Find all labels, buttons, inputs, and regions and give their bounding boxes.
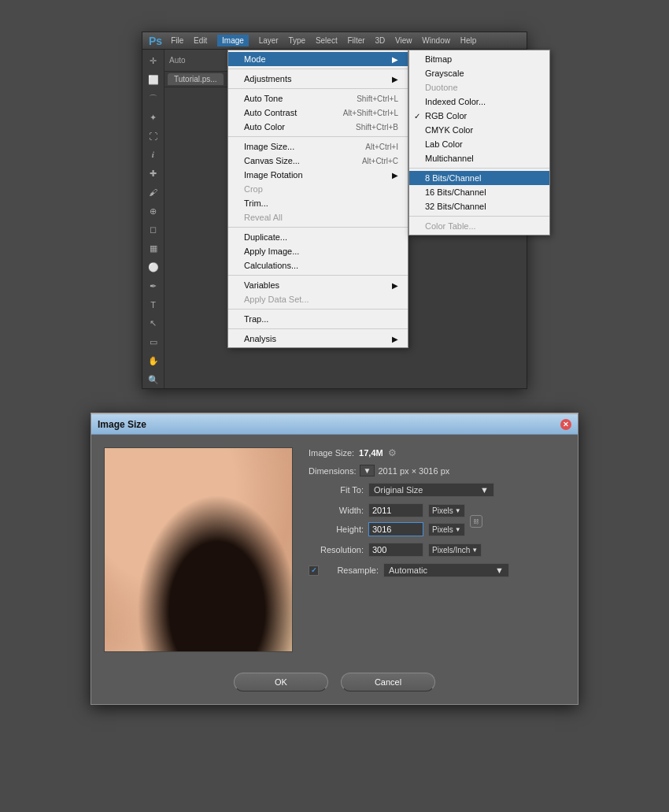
tool-shape[interactable]: ▭ xyxy=(145,334,162,351)
dimensions-label: Dimensions: xyxy=(309,466,357,476)
ps-tab-tutorial[interactable]: Tutorial.ps... xyxy=(168,73,224,85)
width-input[interactable] xyxy=(368,503,423,517)
menu-sep-6 xyxy=(228,309,408,310)
menu-item-image-rotation[interactable]: Image Rotation ▶ xyxy=(228,168,408,182)
mode-duotone: Duotone xyxy=(409,80,549,95)
fit-to-select[interactable]: Original Size ▼ xyxy=(368,483,494,497)
gear-icon[interactable]: ⚙ xyxy=(388,447,397,458)
tool-move[interactable]: ✛ xyxy=(145,53,162,70)
image-size-row: Image Size: 17,4M ⚙ xyxy=(309,447,565,458)
rgb-check-icon: ✓ xyxy=(414,112,420,121)
menu-item-mode[interactable]: Mode ▶ xyxy=(228,52,408,66)
width-unit-select[interactable]: Pixels ▼ xyxy=(428,504,465,517)
menu-item-apply-data-set: Apply Data Set... xyxy=(228,292,408,306)
mode-cmyk-color[interactable]: CMYK Color xyxy=(409,123,549,137)
tool-eraser[interactable]: ◻ xyxy=(145,221,162,239)
tool-clone[interactable]: ⊕ xyxy=(145,202,162,220)
options-auto-label: Auto xyxy=(169,56,186,65)
menu-view[interactable]: View xyxy=(395,36,412,45)
mode-sep-1 xyxy=(409,168,549,169)
menu-item-crop: Crop xyxy=(228,182,408,196)
tool-lasso[interactable]: ⌒ xyxy=(145,91,162,108)
dialog-controls: Image Size: 17,4M ⚙ Dimensions: ▼ 2011 p… xyxy=(293,447,565,652)
resolution-unit-arrow-icon: ▼ xyxy=(471,547,478,554)
mode-16bit[interactable]: 16 Bits/Channel xyxy=(409,185,549,199)
menu-layer[interactable]: Layer xyxy=(259,36,279,45)
tool-zoom[interactable]: 🔍 xyxy=(145,371,162,388)
resample-label: Resample: xyxy=(323,565,379,575)
dialog-body: Image Size: 17,4M ⚙ Dimensions: ▼ 2011 p… xyxy=(91,435,578,665)
dialog-footer: OK Cancel xyxy=(91,665,578,704)
menu-window[interactable]: Window xyxy=(422,36,450,45)
menu-item-calculations[interactable]: Calculations... xyxy=(228,258,408,273)
menu-item-auto-color[interactable]: Auto Color Shift+Ctrl+B xyxy=(228,120,408,134)
ps-titlebar: Ps File Edit Image Layer Type Select Fil… xyxy=(142,32,527,50)
dialog-close-button[interactable]: ✕ xyxy=(560,419,571,430)
menu-item-trap[interactable]: Trap... xyxy=(228,312,408,326)
tool-select-rect[interactable]: ⬜ xyxy=(145,72,162,89)
mode-color-table: Color Table... xyxy=(409,219,549,233)
width-row: Width: Pixels ▼ xyxy=(309,503,465,517)
mode-indexed-color[interactable]: Indexed Color... xyxy=(409,95,549,109)
mode-grayscale[interactable]: Grayscale xyxy=(409,66,549,80)
tool-crop[interactable]: ⛶ xyxy=(145,128,162,145)
menu-filter[interactable]: Filter xyxy=(347,36,364,45)
tool-path-select[interactable]: ↖ xyxy=(145,315,162,332)
dimensions-dropdown-arrow: ▼ xyxy=(364,466,371,475)
menu-item-variables[interactable]: Variables ▶ xyxy=(228,278,408,292)
menu-item-auto-tone[interactable]: Auto Tone Shift+Ctrl+L xyxy=(228,91,408,106)
resolution-label: Resolution: xyxy=(309,545,364,554)
height-input[interactable] xyxy=(368,522,423,536)
menu-edit[interactable]: Edit xyxy=(194,36,207,45)
menu-image[interactable]: Image xyxy=(217,35,249,46)
width-unit-value: Pixels xyxy=(432,506,453,515)
tool-text[interactable]: T xyxy=(145,296,162,313)
menu-item-analysis[interactable]: Analysis ▶ xyxy=(228,332,408,346)
tool-gradient[interactable]: ▦ xyxy=(145,240,162,258)
menu-item-apply-image[interactable]: Apply Image... xyxy=(228,244,408,258)
resample-checkbox[interactable]: ✓ xyxy=(309,565,319,576)
tool-pen[interactable]: ✒ xyxy=(145,277,162,295)
tool-dodge[interactable]: ⚪ xyxy=(145,259,162,276)
tool-brush[interactable]: 🖌 xyxy=(145,184,162,201)
resolution-unit-value: Pixels/Inch xyxy=(432,546,470,554)
width-label: Width: xyxy=(309,506,364,515)
mode-multichannel[interactable]: Multichannel xyxy=(409,151,549,165)
cancel-button[interactable]: Cancel xyxy=(341,673,435,691)
link-proportional-icon[interactable]: ⛓ xyxy=(470,515,482,528)
menu-item-adjustments[interactable]: Adjustments ▶ xyxy=(228,72,408,86)
tool-healing[interactable]: ✚ xyxy=(145,165,162,183)
tool-eyedropper[interactable]: 𝒊 xyxy=(145,146,162,164)
resolution-unit-select[interactable]: Pixels/Inch ▼ xyxy=(428,543,482,557)
resample-select[interactable]: Automatic ▼ xyxy=(383,563,509,577)
menu-item-image-size[interactable]: Image Size... Alt+Ctrl+I xyxy=(228,139,408,154)
mode-rgb-color[interactable]: ✓ RGB Color xyxy=(409,109,549,123)
menu-help[interactable]: Help xyxy=(460,36,477,45)
ps-content: Auto Tutorial.ps... Mode ▶ Adjustments xyxy=(164,50,527,388)
fit-to-row: Fit To: Original Size ▼ xyxy=(309,483,565,497)
mode-32bit[interactable]: 32 Bits/Channel xyxy=(409,199,549,213)
menu-item-auto-contrast[interactable]: Auto Contrast Alt+Shift+Ctrl+L xyxy=(228,106,408,120)
menu-type[interactable]: Type xyxy=(288,36,305,45)
menu-item-canvas-size[interactable]: Canvas Size... Alt+Ctrl+C xyxy=(228,154,408,168)
image-size-label: Image Size: xyxy=(309,448,354,458)
tool-hand[interactable]: ✋ xyxy=(145,353,162,370)
link-icon-column: ⛓ xyxy=(468,506,484,536)
ok-button[interactable]: OK xyxy=(234,673,328,691)
mode-sep-2 xyxy=(409,216,549,217)
menu-sep-5 xyxy=(228,275,408,276)
photoshop-window: Ps File Edit Image Layer Type Select Fil… xyxy=(142,32,527,389)
height-unit-select[interactable]: Pixels ▼ xyxy=(428,523,465,536)
menu-select[interactable]: Select xyxy=(316,36,338,45)
mode-lab-color[interactable]: Lab Color xyxy=(409,137,549,151)
dimensions-dropdown[interactable]: ▼ xyxy=(360,465,375,476)
mode-8bit[interactable]: 8 Bits/Channel xyxy=(409,171,549,185)
menu-item-duplicate[interactable]: Duplicate... xyxy=(228,230,408,244)
menu-3d[interactable]: 3D xyxy=(375,36,385,45)
menu-item-trim[interactable]: Trim... xyxy=(228,196,408,210)
resolution-input[interactable] xyxy=(368,543,423,557)
menu-file[interactable]: File xyxy=(171,36,183,45)
mode-bitmap[interactable]: Bitmap xyxy=(409,52,549,66)
height-unit-value: Pixels xyxy=(432,525,453,534)
tool-wand[interactable]: ✦ xyxy=(145,109,162,126)
